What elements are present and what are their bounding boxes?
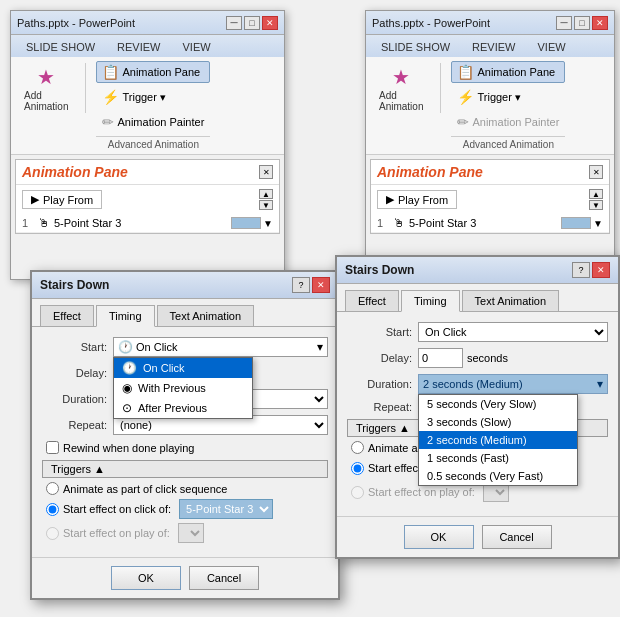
left-tab-timing[interactable]: Timing [96, 305, 155, 327]
right-trigger-icon: ⚡ [457, 89, 474, 105]
left-ribbon-tabs: SLIDE SHOW REVIEW VIEW [11, 35, 284, 57]
right-tab-view[interactable]: VIEW [526, 37, 576, 57]
right-minimize-btn[interactable]: ─ [556, 16, 572, 30]
left-trigger-btn[interactable]: ⚡ Trigger ▾ [96, 86, 210, 108]
left-anim-scroll: ▲ ▼ [259, 189, 273, 210]
left-anim-toolbar: ▶ Play From ▲ ▼ [16, 185, 279, 214]
right-dur-2s[interactable]: 2 seconds (Medium) [419, 431, 577, 449]
left-window-titlebar: Paths.pptx - PowerPoint ─ □ ✕ [11, 11, 284, 35]
right-tab-review[interactable]: REVIEW [461, 37, 526, 57]
left-start-select-container: 🕐 On Click ▾ 🕐 On Click ◉ With Previous [113, 337, 328, 357]
left-start-dropdown: 🕐 On Click ◉ With Previous ⊙ After Previ… [113, 357, 253, 419]
right-item-icon: 🖱 [393, 216, 405, 230]
right-anim-item: 1 🖱 5-Point Star 3 ▼ [371, 214, 609, 233]
left-rewind-text: Rewind when done playing [63, 442, 194, 454]
left-dropdown-with-previous[interactable]: ◉ With Previous [114, 378, 252, 398]
right-delay-input[interactable] [418, 348, 463, 368]
right-tab-slideshow[interactable]: SLIDE SHOW [370, 37, 461, 57]
right-advanced-animation-label: Advanced Animation [451, 136, 565, 150]
right-dur-1s[interactable]: 1 seconds (Fast) [419, 449, 577, 467]
right-close-btn[interactable]: ✕ [592, 16, 608, 30]
left-dialog-question-btn[interactable]: ? [292, 277, 310, 293]
left-minimize-btn[interactable]: ─ [226, 16, 242, 30]
right-duration-value: 2 seconds (Medium) [423, 378, 597, 390]
left-close-btn[interactable]: ✕ [262, 16, 278, 30]
right-anim-painter-btn[interactable]: ✏ Animation Painter [451, 111, 565, 133]
right-start-control: On Click [418, 322, 608, 342]
left-play-from-label: Play From [43, 194, 93, 206]
right-trigger-btn[interactable]: ⚡ Trigger ▾ [451, 86, 565, 108]
left-tab-text-animation[interactable]: Text Animation [157, 305, 255, 326]
right-scroll-down[interactable]: ▼ [589, 200, 603, 210]
left-anim-pane-icon: 📋 [102, 64, 119, 80]
left-start-select[interactable]: 🕐 On Click ▾ [113, 337, 328, 357]
right-dur-05s[interactable]: 0.5 seconds (Very Fast) [419, 467, 577, 485]
right-dialog-tabs: Effect Timing Text Animation [337, 284, 618, 311]
left-dialog-close-btn[interactable]: ✕ [312, 277, 330, 293]
right-dur-3s[interactable]: 3 seconds (Slow) [419, 413, 577, 431]
right-tab-text-animation[interactable]: Text Animation [462, 290, 560, 311]
right-item-arrow[interactable]: ▼ [593, 218, 603, 229]
right-radio-click-input[interactable] [351, 462, 364, 475]
right-play-from-btn[interactable]: ▶ Play From [377, 190, 457, 209]
right-dialog-close-btn[interactable]: ✕ [592, 262, 610, 278]
left-anim-pane-close-btn[interactable]: ✕ [259, 165, 273, 179]
right-anim-pane-icon: 📋 [457, 64, 474, 80]
right-window-title: Paths.pptx - PowerPoint [372, 17, 490, 29]
right-start-select[interactable]: On Click [418, 322, 608, 342]
left-radio-anim-input[interactable] [46, 482, 59, 495]
left-tab-review[interactable]: REVIEW [106, 37, 171, 57]
left-play-icon: ▶ [31, 193, 39, 206]
right-tab-timing[interactable]: Timing [401, 290, 460, 312]
left-add-animation-btn[interactable]: ★ AddAnimation [17, 61, 75, 116]
right-scroll-up[interactable]: ▲ [589, 189, 603, 199]
right-ok-btn[interactable]: OK [404, 525, 474, 549]
left-maximize-btn[interactable]: □ [244, 16, 260, 30]
left-dialog-tabs: Effect Timing Text Animation [32, 299, 338, 326]
left-animation-pane-btn[interactable]: 📋 Animation Pane [96, 61, 210, 83]
right-anim-painter-icon: ✏ [457, 114, 469, 130]
left-ribbon-sep [85, 63, 86, 113]
left-radio-start-play: Start effect on play of: [46, 523, 328, 543]
right-item-color-bar [561, 217, 591, 229]
left-rewind-checkbox[interactable] [46, 441, 59, 454]
left-ok-btn[interactable]: OK [111, 566, 181, 590]
left-anim-painter-icon: ✏ [102, 114, 114, 130]
right-duration-select-box[interactable]: 2 seconds (Medium) ▾ [418, 374, 608, 394]
right-cancel-btn[interactable]: Cancel [482, 525, 552, 549]
left-radio-click-input[interactable] [46, 503, 59, 516]
left-cancel-btn[interactable]: Cancel [189, 566, 259, 590]
right-tab-effect[interactable]: Effect [345, 290, 399, 311]
left-scroll-up[interactable]: ▲ [259, 189, 273, 199]
right-dur-5s[interactable]: 5 seconds (Very Slow) [419, 395, 577, 413]
left-anim-painter-btn[interactable]: ✏ Animation Painter [96, 111, 210, 133]
right-maximize-btn[interactable]: □ [574, 16, 590, 30]
right-anim-painter-label: Animation Painter [472, 116, 559, 128]
right-add-animation-btn[interactable]: ★ AddAnimation [372, 61, 430, 116]
left-play-from-btn[interactable]: ▶ Play From [22, 190, 102, 209]
left-radio-play-input[interactable] [46, 527, 59, 540]
left-radio-anim-part: Animate as part of click sequence [46, 482, 328, 495]
right-dialog-question-btn[interactable]: ? [572, 262, 590, 278]
left-ribbon: SLIDE SHOW REVIEW VIEW ★ AddAnimation 📋 … [11, 35, 284, 155]
left-item-arrow[interactable]: ▼ [263, 218, 273, 229]
left-scroll-down[interactable]: ▼ [259, 200, 273, 210]
left-repeat-label: Repeat: [42, 419, 107, 431]
left-start-row: Start: 🕐 On Click ▾ 🕐 On Click [42, 337, 328, 357]
left-click-select[interactable]: 5-Point Star 3 [179, 499, 273, 519]
left-tab-effect[interactable]: Effect [40, 305, 94, 326]
left-dropdown-after-previous[interactable]: ⊙ After Previous [114, 398, 252, 418]
left-tab-view[interactable]: VIEW [171, 37, 221, 57]
right-anim-pane-close-btn[interactable]: ✕ [589, 165, 603, 179]
right-radio-anim-input[interactable] [351, 441, 364, 454]
left-dropdown-onclick[interactable]: 🕐 On Click [114, 358, 252, 378]
left-radio-anim-label: Animate as part of click sequence [63, 483, 227, 495]
right-animation-pane-btn[interactable]: 📋 Animation Pane [451, 61, 565, 83]
right-radio-play-input[interactable] [351, 486, 364, 499]
left-anim-pane-controls: ✕ [259, 165, 273, 179]
right-anim-pane-controls: ✕ [589, 165, 603, 179]
left-tab-slideshow[interactable]: SLIDE SHOW [15, 37, 106, 57]
left-triggers-btn[interactable]: Triggers ▲ [42, 460, 328, 478]
left-after-prev-label: After Previous [138, 402, 207, 414]
left-anim-pane-header: Animation Pane ✕ [16, 160, 279, 185]
